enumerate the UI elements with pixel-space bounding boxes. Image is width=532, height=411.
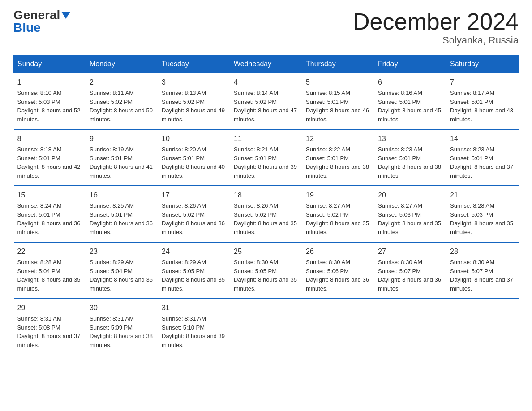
calendar-cell: 30Sunrise: 8:31 AMSunset: 5:09 PMDayligh… (86, 299, 158, 355)
sunrise-text: Sunrise: 8:21 AM (234, 146, 278, 153)
sunrise-text: Sunrise: 8:13 AM (162, 90, 206, 96)
sunset-text: Sunset: 5:02 PM (162, 98, 205, 105)
sunrise-text: Sunrise: 8:20 AM (162, 146, 206, 153)
calendar-week-row: 29Sunrise: 8:31 AMSunset: 5:08 PMDayligh… (14, 299, 519, 355)
day-number: 16 (90, 190, 154, 201)
calendar-cell: 17Sunrise: 8:26 AMSunset: 5:02 PMDayligh… (158, 186, 230, 242)
sunrise-text: Sunrise: 8:30 AM (450, 259, 494, 265)
daylight-text: Daylight: 8 hours and 45 minutes. (378, 107, 441, 123)
day-number: 27 (378, 246, 442, 257)
sunrise-text: Sunrise: 8:14 AM (234, 90, 278, 96)
day-number: 31 (162, 303, 226, 313)
day-number: 3 (162, 77, 226, 88)
daylight-text: Daylight: 8 hours and 36 minutes. (90, 220, 153, 235)
calendar-cell: 18Sunrise: 8:26 AMSunset: 5:02 PMDayligh… (230, 186, 302, 242)
calendar-cell: 1Sunrise: 8:10 AMSunset: 5:03 PMDaylight… (14, 73, 86, 129)
sunset-text: Sunset: 5:06 PM (306, 268, 349, 274)
sunrise-text: Sunrise: 8:26 AM (162, 202, 206, 209)
sunrise-text: Sunrise: 8:18 AM (17, 146, 62, 153)
sunrise-text: Sunrise: 8:10 AM (17, 90, 62, 96)
calendar-subtitle: Solyanka, Russia (353, 34, 519, 46)
calendar-cell: 14Sunrise: 8:23 AMSunset: 5:01 PMDayligh… (446, 129, 519, 186)
daylight-text: Daylight: 8 hours and 37 minutes. (450, 276, 513, 292)
sunrise-text: Sunrise: 8:16 AM (378, 90, 422, 96)
sunrise-text: Sunrise: 8:30 AM (378, 259, 422, 265)
sunrise-text: Sunrise: 8:23 AM (450, 146, 494, 153)
sunrise-text: Sunrise: 8:29 AM (162, 259, 206, 265)
day-number: 21 (450, 190, 515, 201)
sunrise-text: Sunrise: 8:22 AM (306, 146, 350, 153)
sunset-text: Sunset: 5:01 PM (17, 155, 60, 162)
sunset-text: Sunset: 5:02 PM (234, 211, 277, 218)
daylight-text: Daylight: 8 hours and 47 minutes. (234, 107, 297, 123)
sunset-text: Sunset: 5:02 PM (162, 211, 205, 218)
daylight-text: Daylight: 8 hours and 35 minutes. (234, 276, 297, 292)
sunset-text: Sunset: 5:04 PM (17, 268, 60, 274)
daylight-text: Daylight: 8 hours and 35 minutes. (17, 276, 81, 292)
day-number: 2 (90, 77, 154, 88)
sunrise-text: Sunrise: 8:29 AM (90, 259, 134, 265)
col-monday: Monday (86, 56, 158, 73)
day-number: 8 (17, 133, 82, 144)
calendar-header-row: Sunday Monday Tuesday Wednesday Thursday… (14, 56, 519, 73)
sunset-text: Sunset: 5:08 PM (17, 324, 60, 331)
daylight-text: Daylight: 8 hours and 39 minutes. (162, 333, 225, 348)
day-number: 4 (234, 77, 298, 88)
sunset-text: Sunset: 5:03 PM (17, 98, 60, 105)
calendar-cell (230, 299, 302, 355)
sunset-text: Sunset: 5:03 PM (450, 211, 493, 218)
calendar-cell: 8Sunrise: 8:18 AMSunset: 5:01 PMDaylight… (14, 129, 86, 186)
calendar-cell: 3Sunrise: 8:13 AMSunset: 5:02 PMDaylight… (158, 73, 230, 129)
sunset-text: Sunset: 5:01 PM (450, 98, 493, 105)
title-block: December 2024 Solyanka, Russia (353, 9, 519, 46)
sunset-text: Sunset: 5:09 PM (90, 324, 133, 331)
daylight-text: Daylight: 8 hours and 35 minutes. (90, 276, 153, 292)
col-wednesday: Wednesday (230, 56, 302, 73)
sunset-text: Sunset: 5:01 PM (17, 211, 60, 218)
sunrise-text: Sunrise: 8:27 AM (378, 202, 422, 209)
calendar-cell (302, 299, 374, 355)
day-number: 22 (17, 246, 82, 257)
sunset-text: Sunset: 5:01 PM (162, 155, 205, 162)
sunset-text: Sunset: 5:02 PM (90, 98, 133, 105)
calendar-cell: 2Sunrise: 8:11 AMSunset: 5:02 PMDaylight… (86, 73, 158, 129)
sunrise-text: Sunrise: 8:23 AM (378, 146, 422, 153)
sunrise-text: Sunrise: 8:28 AM (450, 202, 494, 209)
col-thursday: Thursday (302, 56, 374, 73)
calendar-cell: 10Sunrise: 8:20 AMSunset: 5:01 PMDayligh… (158, 129, 230, 186)
col-friday: Friday (374, 56, 446, 73)
sunset-text: Sunset: 5:01 PM (378, 155, 421, 162)
calendar-cell: 22Sunrise: 8:28 AMSunset: 5:04 PMDayligh… (14, 242, 86, 299)
day-number: 23 (90, 246, 154, 257)
daylight-text: Daylight: 8 hours and 43 minutes. (450, 107, 513, 123)
sunrise-text: Sunrise: 8:31 AM (90, 315, 134, 322)
day-number: 24 (162, 246, 226, 257)
day-number: 18 (234, 190, 298, 201)
logo-triangle-icon (61, 12, 70, 19)
calendar-cell: 5Sunrise: 8:15 AMSunset: 5:01 PMDaylight… (302, 73, 374, 129)
sunset-text: Sunset: 5:07 PM (450, 268, 493, 274)
calendar-cell: 27Sunrise: 8:30 AMSunset: 5:07 PMDayligh… (374, 242, 446, 299)
day-number: 10 (162, 133, 226, 144)
sunset-text: Sunset: 5:02 PM (306, 211, 349, 218)
calendar-cell (446, 299, 519, 355)
day-number: 17 (162, 190, 226, 201)
calendar-cell: 4Sunrise: 8:14 AMSunset: 5:02 PMDaylight… (230, 73, 302, 129)
day-number: 5 (306, 77, 370, 88)
day-number: 19 (306, 190, 370, 201)
sunset-text: Sunset: 5:05 PM (162, 268, 205, 274)
calendar-cell: 19Sunrise: 8:27 AMSunset: 5:02 PMDayligh… (302, 186, 374, 242)
sunrise-text: Sunrise: 8:28 AM (17, 259, 62, 265)
sunset-text: Sunset: 5:01 PM (234, 155, 277, 162)
sunset-text: Sunset: 5:01 PM (306, 155, 349, 162)
calendar-cell: 9Sunrise: 8:19 AMSunset: 5:01 PMDaylight… (86, 129, 158, 186)
day-number: 9 (90, 133, 154, 144)
day-number: 28 (450, 246, 515, 257)
daylight-text: Daylight: 8 hours and 35 minutes. (378, 220, 441, 235)
daylight-text: Daylight: 8 hours and 35 minutes. (306, 220, 369, 235)
calendar-week-row: 22Sunrise: 8:28 AMSunset: 5:04 PMDayligh… (14, 242, 519, 299)
calendar-title: December 2024 (353, 9, 519, 34)
sunset-text: Sunset: 5:01 PM (306, 98, 349, 105)
daylight-text: Daylight: 8 hours and 49 minutes. (162, 107, 225, 123)
col-saturday: Saturday (446, 56, 519, 73)
